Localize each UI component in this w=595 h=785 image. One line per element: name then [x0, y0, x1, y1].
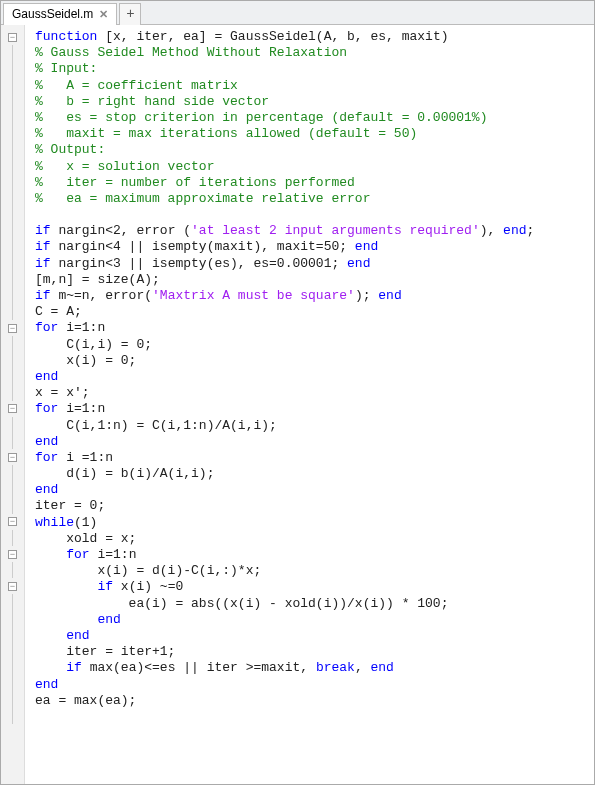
code-line[interactable]: if m~=n, error('Maxtrix A must be square… — [35, 288, 594, 304]
code-line[interactable]: iter = iter+1; — [35, 644, 594, 660]
fold-line — [1, 385, 24, 401]
code-line[interactable]: for i =1:n — [35, 450, 594, 466]
code-line[interactable]: [m,n] = size(A); — [35, 272, 594, 288]
code-line[interactable]: end — [35, 369, 594, 385]
code-line[interactable]: iter = 0; — [35, 498, 594, 514]
fold-line — [1, 191, 24, 207]
fold-line — [1, 61, 24, 77]
code-line[interactable]: x(i) = 0; — [35, 353, 594, 369]
code-line[interactable]: if nargin<4 || isempty(maxit), maxit=50;… — [35, 239, 594, 255]
code-line[interactable]: % b = right hand side vector — [35, 94, 594, 110]
fold-line — [1, 352, 24, 368]
code-line[interactable]: % iter = number of iterations performed — [35, 175, 594, 191]
editor-tab[interactable]: GaussSeidel.m ✕ — [3, 3, 117, 25]
fold-line — [1, 610, 24, 626]
fold-line — [1, 594, 24, 610]
code-area[interactable]: function [x, iter, ea] = GaussSeidel(A, … — [25, 25, 594, 784]
fold-line — [1, 126, 24, 142]
code-line[interactable]: while(1) — [35, 515, 594, 531]
fold-toggle-icon[interactable]: − — [8, 404, 17, 413]
fold-line — [1, 659, 24, 675]
code-line[interactable]: if x(i) ~=0 — [35, 579, 594, 595]
code-line[interactable]: ea = max(ea); — [35, 693, 594, 709]
code-line[interactable]: d(i) = b(i)/A(i,i); — [35, 466, 594, 482]
code-line[interactable]: % A = coefficient matrix — [35, 78, 594, 94]
code-line[interactable]: end — [35, 677, 594, 693]
code-line[interactable] — [35, 207, 594, 223]
fold-line — [1, 369, 24, 385]
fold-line — [1, 675, 24, 691]
fold-line — [1, 691, 24, 707]
add-tab-button[interactable]: + — [119, 3, 141, 25]
fold-line — [1, 239, 24, 255]
code-line[interactable]: end — [35, 482, 594, 498]
tab-bar: GaussSeidel.m ✕ + — [1, 1, 594, 25]
code-line[interactable]: for i=1:n — [35, 320, 594, 336]
fold-toggle-icon[interactable]: − — [8, 453, 17, 462]
fold-line — [1, 530, 24, 546]
fold-line — [1, 465, 24, 481]
code-line[interactable]: % maxit = max iterations allowed (defaul… — [35, 126, 594, 142]
fold-line — [1, 627, 24, 643]
code-line[interactable]: C = A; — [35, 304, 594, 320]
code-line[interactable]: % x = solution vector — [35, 159, 594, 175]
fold-line — [1, 304, 24, 320]
code-line[interactable]: x(i) = d(i)-C(i,:)*x; — [35, 563, 594, 579]
fold-toggle-icon[interactable]: − — [8, 33, 17, 42]
fold-toggle-icon[interactable]: − — [8, 550, 17, 559]
fold-line — [1, 643, 24, 659]
fold-line — [1, 498, 24, 514]
fold-line — [1, 94, 24, 110]
fold-line — [1, 207, 24, 223]
code-line[interactable]: ea(i) = abs((x(i) - xold(i))/x(i)) * 100… — [35, 596, 594, 612]
tab-title: GaussSeidel.m — [12, 7, 93, 21]
fold-line — [1, 142, 24, 158]
code-line[interactable]: end — [35, 628, 594, 644]
fold-line — [1, 562, 24, 578]
code-line[interactable]: % es = stop criterion in percentage (def… — [35, 110, 594, 126]
fold-gutter: −−−−−−− — [1, 25, 25, 784]
close-icon[interactable]: ✕ — [99, 8, 108, 21]
fold-line — [1, 255, 24, 271]
code-line[interactable]: function [x, iter, ea] = GaussSeidel(A, … — [35, 29, 594, 45]
code-line[interactable]: x = x'; — [35, 385, 594, 401]
code-line[interactable]: C(i,1:n) = C(i,1:n)/A(i,i); — [35, 418, 594, 434]
fold-line — [1, 288, 24, 304]
fold-toggle-icon[interactable]: − — [8, 324, 17, 333]
fold-line — [1, 45, 24, 61]
fold-line — [1, 336, 24, 352]
code-line[interactable]: % Input: — [35, 61, 594, 77]
code-line[interactable]: end — [35, 612, 594, 628]
fold-line — [1, 482, 24, 498]
code-line[interactable]: for i=1:n — [35, 401, 594, 417]
code-line[interactable]: % Output: — [35, 142, 594, 158]
code-line[interactable]: if max(ea)<=es || iter >=maxit, break, e… — [35, 660, 594, 676]
fold-line — [1, 433, 24, 449]
fold-line — [1, 272, 24, 288]
fold-toggle-icon[interactable]: − — [8, 517, 17, 526]
code-line[interactable]: if nargin<2, error ('at least 2 input ar… — [35, 223, 594, 239]
fold-line — [1, 175, 24, 191]
code-line[interactable] — [35, 709, 594, 725]
code-line[interactable]: end — [35, 434, 594, 450]
code-line[interactable]: % ea = maximum approximate relative erro… — [35, 191, 594, 207]
code-line[interactable]: C(i,i) = 0; — [35, 337, 594, 353]
code-line[interactable]: for i=1:n — [35, 547, 594, 563]
fold-line — [1, 223, 24, 239]
fold-toggle-icon[interactable]: − — [8, 582, 17, 591]
editor-area: −−−−−−− function [x, iter, ea] = GaussSe… — [1, 25, 594, 784]
code-line[interactable]: xold = x; — [35, 531, 594, 547]
code-line[interactable]: if nargin<3 || isempty(es), es=0.00001; … — [35, 256, 594, 272]
fold-line — [1, 708, 24, 724]
fold-line — [1, 158, 24, 174]
fold-line — [1, 110, 24, 126]
code-line[interactable]: % Gauss Seidel Method Without Relaxation — [35, 45, 594, 61]
fold-line — [1, 77, 24, 93]
fold-line — [1, 417, 24, 433]
